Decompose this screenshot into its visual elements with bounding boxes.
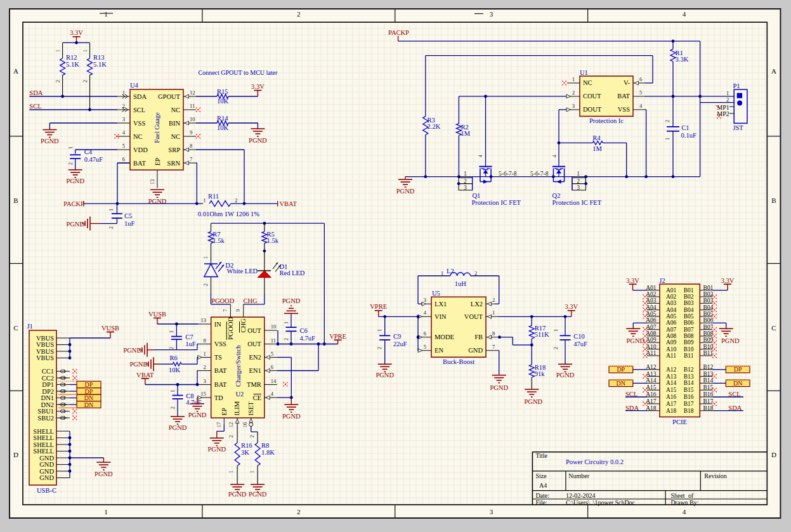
svg-text:1.5k: 1.5k xyxy=(212,237,225,244)
svg-text:PGND: PGND xyxy=(169,424,187,431)
svg-text:2: 2 xyxy=(55,80,61,82)
svg-text:B: B xyxy=(13,197,18,204)
svg-text:C9: C9 xyxy=(393,333,401,340)
svg-text:White LED: White LED xyxy=(227,268,258,275)
svg-text:L2: L2 xyxy=(447,268,454,275)
svg-text:Buck-Boost: Buck-Boost xyxy=(443,358,474,365)
svg-text:CHG: CHG xyxy=(244,297,258,304)
svg-text:B14: B14 xyxy=(684,380,694,386)
svg-text:1: 1 xyxy=(284,321,289,324)
svg-text:VBUS: VBUS xyxy=(36,335,54,342)
svg-text:3.3V: 3.3V xyxy=(565,303,578,310)
svg-text:VPRE: VPRE xyxy=(329,333,346,340)
svg-text:3.3V: 3.3V xyxy=(251,83,265,90)
svg-text:2: 2 xyxy=(169,347,174,349)
svg-text:USB-C: USB-C xyxy=(37,487,56,494)
svg-text:PGND: PGND xyxy=(41,138,59,145)
svg-text:Protection Ic: Protection Ic xyxy=(589,117,624,124)
svg-text:3: 3 xyxy=(203,378,206,384)
svg-text:C:\Users\..\1power.SchDoc: C:\Users\..\1power.SchDoc xyxy=(566,499,636,506)
svg-text:R6: R6 xyxy=(170,354,178,361)
svg-text:PACKP: PACKP xyxy=(388,29,409,36)
svg-text:8: 8 xyxy=(190,143,192,149)
svg-text:A03: A03 xyxy=(666,300,677,306)
svg-text:B14: B14 xyxy=(703,377,714,384)
svg-text:B10: B10 xyxy=(703,344,714,350)
svg-text:PGND: PGND xyxy=(228,491,247,498)
svg-text:U2: U2 xyxy=(235,391,244,398)
svg-text:VBAT: VBAT xyxy=(280,200,297,207)
svg-text:DP2: DP2 xyxy=(42,388,54,395)
svg-text:4: 4 xyxy=(683,508,686,516)
svg-text:MODE: MODE xyxy=(435,334,454,341)
svg-text:A10: A10 xyxy=(666,346,677,353)
svg-text:B01: B01 xyxy=(703,285,714,291)
svg-text:EP: EP xyxy=(154,158,161,165)
svg-text:C7: C7 xyxy=(185,334,193,341)
svg-text:R13: R13 xyxy=(93,54,105,61)
svg-text:U1: U1 xyxy=(580,69,588,76)
svg-text:1: 1 xyxy=(228,470,234,473)
svg-text:B12: B12 xyxy=(684,367,694,373)
svg-text:A08: A08 xyxy=(666,333,677,339)
svg-text:1.5k: 1.5k xyxy=(267,237,279,244)
svg-text:4: 4 xyxy=(271,391,274,397)
svg-text:Fuel Guage: Fuel Guage xyxy=(154,112,160,143)
svg-text:1: 1 xyxy=(169,330,174,333)
svg-text:A13: A13 xyxy=(666,373,677,380)
svg-text:File:: File: xyxy=(535,499,547,506)
svg-text:1: 1 xyxy=(202,256,209,259)
svg-text:Sheet: Sheet xyxy=(670,492,684,499)
svg-text:PGND: PGND xyxy=(721,337,740,344)
svg-text:R4: R4 xyxy=(592,134,601,141)
svg-text:PGND: PGND xyxy=(208,446,226,453)
svg-text:B18: B18 xyxy=(684,408,694,414)
svg-text:GND: GND xyxy=(39,455,54,462)
svg-text:2: 2 xyxy=(228,435,234,438)
svg-text:1: 1 xyxy=(553,329,559,332)
svg-text:DP: DP xyxy=(85,381,93,388)
svg-text:A05: A05 xyxy=(666,313,677,320)
svg-text:C6: C6 xyxy=(300,327,308,334)
svg-text:6: 6 xyxy=(639,76,642,82)
svg-text:VDD: VDD xyxy=(133,146,148,153)
svg-text:B09: B09 xyxy=(684,339,694,346)
svg-text:R8: R8 xyxy=(261,442,269,449)
svg-text:12-02-2024: 12-02-2024 xyxy=(566,492,596,499)
svg-text:0.47uF: 0.47uF xyxy=(84,156,103,163)
svg-text:R15: R15 xyxy=(217,88,228,95)
svg-text:B: B xyxy=(771,197,776,204)
svg-text:VBAT: VBAT xyxy=(136,372,154,379)
svg-text:1: 1 xyxy=(55,49,61,52)
svg-text:NC: NC xyxy=(171,133,180,140)
svg-text:A16: A16 xyxy=(646,391,657,398)
svg-text:A15: A15 xyxy=(666,387,677,393)
svg-text:TS: TS xyxy=(214,354,222,361)
svg-text:BAT: BAT xyxy=(214,381,227,388)
svg-text:VSS: VSS xyxy=(214,341,226,347)
svg-text:2.2K: 2.2K xyxy=(428,123,441,130)
svg-text:A17: A17 xyxy=(646,398,657,405)
svg-text:7: 7 xyxy=(492,344,495,350)
svg-text:1: 1 xyxy=(104,10,108,18)
svg-text:DN: DN xyxy=(84,401,93,408)
svg-text:A14: A14 xyxy=(666,380,677,386)
svg-text:A04: A04 xyxy=(666,307,677,313)
svg-text:SCL: SCL xyxy=(29,103,41,110)
svg-text:SCL: SCL xyxy=(133,107,145,114)
svg-text:Charger/Switch: Charger/Switch xyxy=(235,345,242,387)
svg-text:1uH: 1uH xyxy=(455,280,467,287)
svg-text:SHELL: SHELL xyxy=(33,448,54,455)
svg-text:B11: B11 xyxy=(684,353,694,359)
svg-text:2: 2 xyxy=(235,197,237,204)
svg-text:3: 3 xyxy=(424,297,426,303)
svg-text:PGND: PGND xyxy=(249,491,267,498)
svg-text:A12: A12 xyxy=(666,367,677,373)
svg-text:Size: Size xyxy=(535,472,547,479)
svg-text:A06: A06 xyxy=(666,320,677,326)
svg-text:C: C xyxy=(771,324,776,332)
svg-text:GPOUT: GPOUT xyxy=(158,93,181,100)
svg-text:C10: C10 xyxy=(573,333,585,340)
svg-text:DP: DP xyxy=(617,366,625,373)
svg-text:B07: B07 xyxy=(684,327,694,333)
